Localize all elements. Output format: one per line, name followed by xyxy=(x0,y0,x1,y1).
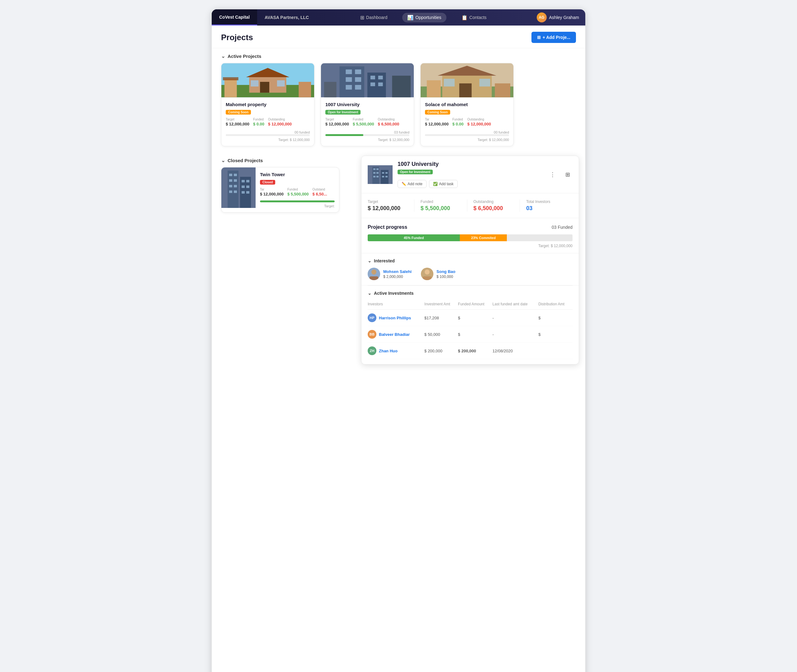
nav-tab-avasa[interactable]: AVASA Partners, LLC xyxy=(257,10,316,26)
solace-card-body: Solace of mahomet Coming Soon Tar $ 12,0… xyxy=(421,98,514,146)
zhan-avatar: ZH xyxy=(368,346,376,355)
investor-mohsen-amount: $ 2,000,000 xyxy=(383,275,411,279)
table-row: HP Harrison Phillips $17,208 $ - $ xyxy=(368,310,573,326)
twintower-outstanding-value: $ 6,50... xyxy=(312,192,327,197)
solace-outstanding-label: Outstanding xyxy=(467,118,491,121)
add-project-button[interactable]: ⊞ + Add Proje... xyxy=(531,32,576,43)
investor-song-avatar xyxy=(421,268,434,280)
detail-outstanding-value: $ 6,500,000 xyxy=(474,205,514,212)
zhan-name[interactable]: Zhan Huo xyxy=(379,349,398,353)
twintower-outstanding: Outstand $ 6,50... xyxy=(312,188,327,197)
add-note-button[interactable]: ✏️ Add note xyxy=(398,180,427,188)
solace-target-display: Target: $ 12,000,000 xyxy=(425,138,509,142)
twintower-target: Tar $ 12,000,000 xyxy=(260,188,283,197)
table-row: ZH Zhan Huo $ 200,000 $ 200,000 12/08/20… xyxy=(368,343,573,359)
svg-rect-15 xyxy=(355,77,361,82)
active-investments-header[interactable]: ⌄ Active Investments xyxy=(368,291,573,296)
solace-funded: Funded $ 0.00 xyxy=(452,118,464,127)
svg-rect-31 xyxy=(479,79,490,86)
chevron-down-icon: ⌄ xyxy=(221,53,225,59)
svg-rect-22 xyxy=(378,83,383,86)
svg-rect-63 xyxy=(386,176,387,178)
nav-user[interactable]: AG Ashley Graham xyxy=(530,13,585,22)
detail-menu-button[interactable]: ⋮ xyxy=(547,170,558,179)
project-card-university[interactable]: 1007 University Open for Investment Targ… xyxy=(321,63,414,146)
progress-target-label: Target: $ 12,000,000 xyxy=(368,244,573,248)
balveer-investment: $ 50,000 xyxy=(424,326,458,343)
project-card-twintower[interactable]: Twin Tower Closed Tar $ 12,000,000 Funde… xyxy=(221,167,339,213)
progress-title: Project progress xyxy=(368,224,407,230)
svg-rect-69 xyxy=(423,277,432,280)
bottom-layout: ⌄ Closed Projects xyxy=(212,152,585,368)
mahomet-target: Target $ 12,000,000 xyxy=(226,118,250,127)
progress-funded-label: 03 Funded xyxy=(552,225,573,230)
nav-tabs: CoVest Capital AVASA Partners, LLC xyxy=(212,10,316,26)
nav-contacts-label: Contacts xyxy=(469,15,487,20)
solace-funded-count: 00 funded xyxy=(425,130,509,134)
nav-dashboard-label: Dashboard xyxy=(366,15,387,20)
detail-funded-label: Funded xyxy=(421,200,461,204)
svg-rect-50 xyxy=(246,191,250,194)
solace-status-badge: Coming Soon xyxy=(425,110,450,115)
col-funded-amount: Funded Amount xyxy=(458,300,493,310)
harrison-investment: $17,208 xyxy=(424,310,458,326)
funded-progress-text: 45% Funded xyxy=(404,236,424,240)
nav-contacts[interactable]: 📋 Contacts xyxy=(456,13,491,22)
mahomet-target-label: Target xyxy=(226,118,250,121)
harrison-last-funded: - xyxy=(493,310,538,326)
detail-target-metric: Target $ 12,000,000 xyxy=(368,200,415,212)
balveer-name[interactable]: Balveer Bhadiar xyxy=(379,332,410,337)
svg-rect-4 xyxy=(260,82,269,93)
active-projects-section-header[interactable]: ⌄ Active Projects xyxy=(212,48,585,63)
university-target-display: Target: $ 12,000,000 xyxy=(325,138,410,142)
university-funded-label: Funded xyxy=(353,118,374,121)
harrison-name[interactable]: Harrison Phillips xyxy=(379,315,411,320)
closed-projects-section-header[interactable]: ⌄ Closed Projects xyxy=(212,152,361,167)
twintower-target-label: Tar xyxy=(260,188,283,191)
svg-rect-40 xyxy=(229,185,232,187)
university-outstanding-value: $ 6,500,000 xyxy=(378,122,399,126)
detail-header: 1007 University Open for Investment ✏️ A… xyxy=(362,156,579,193)
svg-rect-16 xyxy=(346,85,352,90)
interested-section-header[interactable]: ⌄ Interested xyxy=(368,258,573,263)
col-investors: Investors xyxy=(368,300,424,310)
project-card-solace[interactable]: Solace of mahomet Coming Soon Tar $ 12,0… xyxy=(420,63,514,146)
detail-funded-value: $ 5,500,000 xyxy=(421,205,461,212)
mahomet-target-display: Target: $ 12,000,000 xyxy=(226,138,310,142)
mahomet-outstanding: Outstanding $ 12,000,000 xyxy=(268,118,292,127)
svg-rect-42 xyxy=(229,190,232,193)
solace-metrics: Tar $ 12,000,000 Funded $ 0.00 Outstandi… xyxy=(425,118,509,127)
mahomet-metrics: Target $ 12,000,000 Funded $ 0.00 Outsta… xyxy=(226,118,310,127)
university-outstanding-label: Outstanding xyxy=(378,118,399,121)
nav-tab-covest[interactable]: CoVest Capital xyxy=(212,10,257,26)
svg-rect-54 xyxy=(376,168,379,170)
detail-target-label: Target xyxy=(368,200,408,204)
add-icon: ⊞ xyxy=(537,35,541,40)
svg-rect-55 xyxy=(373,172,376,174)
svg-rect-43 xyxy=(234,190,237,193)
svg-rect-51 xyxy=(368,165,392,184)
page-header: Projects ⊞ + Add Proje... xyxy=(212,26,585,48)
note-icon: ✏️ xyxy=(402,182,406,186)
nav-opportunities[interactable]: 📊 Opportunities xyxy=(402,13,446,22)
detail-outstanding-metric: Outstanding $ 6,500,000 xyxy=(467,200,520,212)
twintower-progress-bar xyxy=(260,200,334,202)
solace-funded-value: $ 0.00 xyxy=(452,122,464,126)
zhan-investment: $ 200,000 xyxy=(424,343,458,359)
row-zhan-investor: ZH Zhan Huo xyxy=(368,343,424,359)
balveer-funded: $ xyxy=(458,326,493,343)
mahomet-progress-bar xyxy=(226,134,310,136)
balveer-cell: BB Balveer Bhadiar xyxy=(368,330,424,339)
detail-grid-button[interactable]: ⊞ xyxy=(563,170,573,179)
twintower-funded-value: $ 5,500,000 xyxy=(287,192,309,197)
add-task-button[interactable]: ✅ Add task xyxy=(429,180,458,188)
svg-rect-37 xyxy=(234,174,237,176)
project-card-mahomet[interactable]: Mahomet property Coming Soon Target $ 12… xyxy=(221,63,314,146)
investor-mohsen-info: Mohsen Salehi $ 2,000,000 xyxy=(383,269,411,279)
chevron-down-icon-interested: ⌄ xyxy=(368,258,371,263)
nav-dashboard[interactable]: ⊞ Dashboard xyxy=(355,13,392,22)
detail-actions: ✏️ Add note ✅ Add task xyxy=(398,180,543,188)
detail-investors-metric: Total Investors 03 xyxy=(520,200,573,212)
twintower-funded: Funded $ 5,500,000 xyxy=(287,188,309,197)
committed-progress-text: 23% Commited xyxy=(471,236,496,240)
